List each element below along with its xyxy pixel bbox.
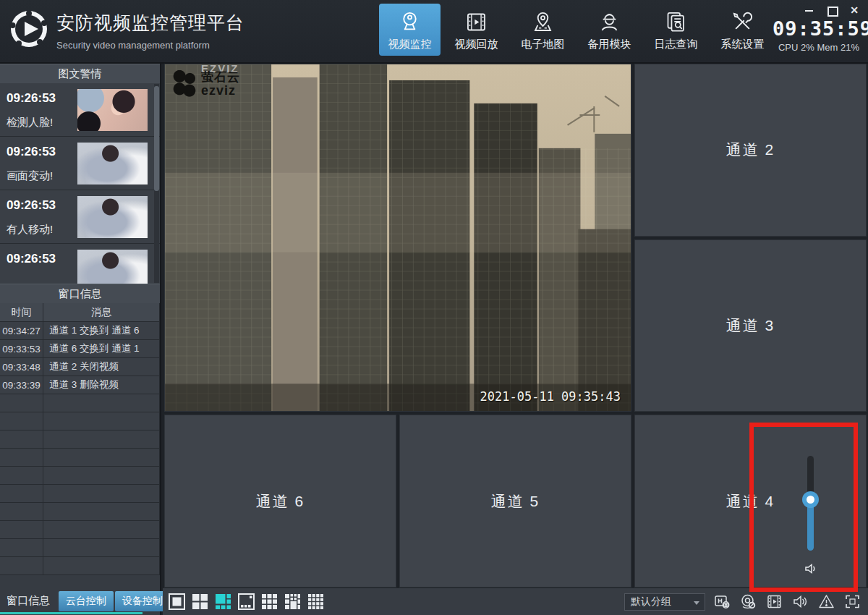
channel-label: 通道 6 (256, 491, 305, 512)
mem-usage: Mem 21% (817, 42, 859, 53)
volume-slider-thumb[interactable] (802, 491, 819, 508)
nav-label: 电子地图 (522, 38, 565, 51)
alarm-item-face[interactable]: 09:26:53 检测人脸! (0, 83, 160, 137)
alarm-icon[interactable] (818, 593, 835, 610)
cell-time: 09:33:39 (0, 376, 43, 394)
ezviz-flower-icon (172, 70, 197, 98)
video-panel-channel-2[interactable]: 通道 2 (634, 64, 867, 237)
table-row: 09:33:39 通道 3 删除视频 (0, 376, 160, 394)
nav-backup-module[interactable]: 备用模块 (579, 4, 640, 56)
layout-4-icon[interactable] (192, 593, 208, 610)
alarm-scrollbar-thumb[interactable] (154, 86, 159, 191)
nav-label: 视频监控 (388, 38, 432, 51)
main-nav: 视频监控 视频回放 电子地图 (379, 4, 773, 56)
playback-icon (464, 10, 488, 34)
nav-video-monitor[interactable]: 视频监控 (379, 4, 441, 56)
nav-emap[interactable]: 电子地图 (512, 4, 574, 56)
table-row: 09:33:48 通道 2 关闭视频 (0, 358, 160, 376)
tab-device-control[interactable]: 设备控制 (115, 591, 170, 611)
cell-message: 通道 1 交换到 通道 6 (43, 322, 160, 340)
window-controls: ✕ (804, 5, 859, 15)
video-panel-channel-4[interactable]: 通道 4 (634, 415, 867, 588)
log-search-icon (664, 10, 688, 34)
nav-label: 系统设置 (721, 38, 765, 51)
capture-off-icon[interactable] (740, 593, 757, 610)
table-row: 09:33:53 通道 6 交换到 通道 1 (0, 340, 160, 358)
table-row: 09:34:27 通道 1 交换到 通道 6 (0, 322, 160, 340)
channel-label: 通道 2 (726, 140, 775, 160)
map-pin-icon (531, 10, 555, 34)
cell-time: 09:33:48 (0, 358, 43, 376)
alarm-scrollbar (154, 84, 159, 283)
group-dropdown[interactable]: 默认分组 (624, 593, 705, 611)
table-row-empty (0, 539, 160, 557)
speaker-icon[interactable] (804, 561, 818, 576)
alarm-time: 09:26:53 (7, 91, 56, 106)
nav-system-settings[interactable]: 系统设置 (712, 4, 773, 56)
worker-icon (597, 10, 621, 34)
cell-time: 09:33:53 (0, 340, 43, 358)
column-header-time: 时间 (0, 303, 43, 322)
minimize-icon[interactable] (804, 5, 814, 15)
cell-message: 通道 6 交换到 通道 1 (43, 340, 160, 358)
bottom-toolbar: 默认分组 (163, 588, 868, 615)
fullscreen-icon[interactable] (844, 593, 861, 610)
table-row-empty (0, 503, 160, 521)
layout-1-icon[interactable] (169, 593, 185, 610)
nav-label: 备用模块 (588, 38, 631, 51)
layout-6-icon[interactable] (215, 593, 231, 610)
tab-window-info[interactable]: 窗口信息 (0, 594, 57, 608)
alarm-list: 09:26:53 检测人脸! 09:26:53 画面变动! 09:26:53 有… (0, 83, 160, 284)
window-info-table: 时间 消息 09:34:27 通道 1 交换到 通道 6 09:33:53 通道… (0, 303, 160, 575)
tools-icon (731, 10, 754, 34)
alarm-time: 09:26:53 (7, 252, 56, 266)
sidebar: 图文警情 09:26:53 检测人脸! 09:26:53 画面变动! 09:26… (0, 64, 161, 615)
table-row-empty (0, 394, 160, 412)
table-header-row: 时间 消息 (0, 303, 160, 322)
nav-label: 日志查询 (655, 38, 698, 51)
app-logo-icon (9, 9, 48, 48)
toolbar-icons (714, 593, 861, 610)
nav-video-playback[interactable]: 视频回放 (446, 4, 507, 56)
video-panel-channel-5[interactable]: 通道 5 (399, 415, 631, 588)
video-panel-channel-6[interactable]: 通道 6 (164, 415, 396, 588)
nav-label: 视频回放 (455, 38, 498, 51)
video-panel-channel-3[interactable]: 通道 3 (634, 239, 867, 412)
maximize-icon[interactable] (827, 5, 837, 15)
alarm-item-motion[interactable]: 09:26:53 有人移动! (0, 190, 160, 244)
cityscape-video-frame (165, 64, 631, 411)
sidebar-tabs: 窗口信息 云台控制 设备控制 (0, 590, 142, 614)
alarm-item-4[interactable]: 09:26:53 (0, 244, 160, 284)
quality-icon[interactable] (714, 593, 731, 610)
video-grid: EZVIZ 萤石云 ezviz 2021-05-11 09:35:43 通道 2… (163, 64, 868, 588)
video-timestamp: 2021-05-11 09:35:43 (480, 389, 621, 404)
alarm-label: 有人移动! (7, 223, 53, 237)
alarm-time: 09:26:53 (7, 198, 56, 213)
system-stats: CPU 2% Mem 21% (773, 42, 865, 53)
header: 安防视频监控管理平台 Security video management pla… (0, 0, 868, 64)
nav-log-query[interactable]: 日志查询 (645, 4, 707, 56)
video-panel-channel-1[interactable]: EZVIZ 萤石云 ezviz 2021-05-11 09:35:43 (164, 64, 631, 412)
system-clock: 09:35:59 (773, 17, 865, 40)
tab-ptz-control[interactable]: 云台控制 (59, 591, 114, 611)
ezviz-brand-cn: 萤石云 (201, 71, 240, 83)
alarm-label: 检测人脸! (7, 116, 53, 130)
volume-icon[interactable] (792, 593, 809, 610)
layout-9-icon[interactable] (261, 593, 278, 610)
column-header-message: 消息 (43, 303, 160, 322)
alarm-label: 画面变动! (7, 169, 53, 183)
layout-13-icon[interactable] (284, 593, 301, 610)
record-icon[interactable] (766, 593, 783, 610)
cell-time: 09:34:27 (0, 322, 43, 340)
layout-16-icon[interactable] (307, 593, 324, 610)
table-row-empty (0, 557, 160, 575)
window-info-empty-rows (0, 394, 160, 575)
layout-8-icon[interactable] (238, 593, 255, 610)
app-title: 安防视频监控管理平台 (56, 11, 244, 35)
alarm-item-scene-change[interactable]: 09:26:53 画面变动! (0, 137, 160, 190)
table-row-empty (0, 412, 160, 430)
channel-label: 通道 3 (726, 315, 775, 336)
table-row-empty (0, 430, 160, 449)
channel-label: 通道 4 (726, 491, 775, 512)
close-icon[interactable]: ✕ (849, 5, 859, 15)
